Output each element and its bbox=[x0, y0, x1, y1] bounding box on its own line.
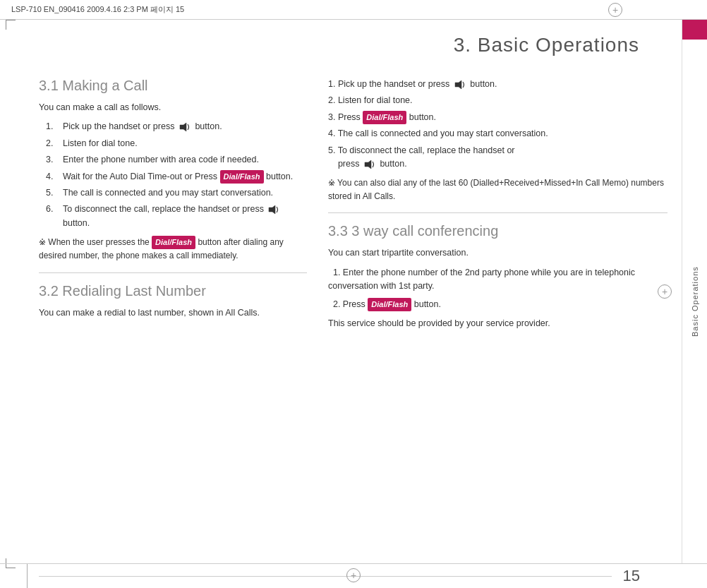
section-33-intro: You can start tripartite conversation. bbox=[328, 246, 667, 260]
section-33-right-steps: 1. Pick up the handset or press button. … bbox=[328, 78, 667, 171]
right-sidebar: Basic Operations bbox=[682, 20, 707, 563]
step-31-5: 5. The call is connected and you may sta… bbox=[46, 186, 307, 200]
section-31-steps: 1. Pick up the handset or press button. bbox=[39, 120, 307, 230]
section-33-heading: 3.3 3 way call conferencing bbox=[328, 223, 667, 239]
page-title: 3. Basic Operations bbox=[39, 34, 667, 56]
section-33-steps: 1. Enter the phone number of the 2nd par… bbox=[328, 266, 667, 311]
bottom-crosshair bbox=[346, 568, 361, 582]
section-31-note: ※ When the user presses the Dial/Flash b… bbox=[39, 236, 307, 263]
footer-left-line bbox=[27, 564, 28, 588]
section-32-heading: 3.2 Redialing Last Number bbox=[39, 283, 307, 299]
step-31-3: 3. Enter the phone number with area code… bbox=[46, 153, 307, 167]
step-33r-5: 5. To disconnect the call, replace the h… bbox=[328, 144, 667, 172]
speaker-icon-2 bbox=[267, 205, 280, 215]
two-column-layout: 3.1 Making a Call You can make a call as… bbox=[39, 71, 667, 336]
step-33r-3: 3. Press Dial/Flash button. bbox=[328, 111, 667, 124]
speaker-icon-4 bbox=[363, 160, 376, 169]
divider-33 bbox=[328, 212, 667, 213]
step-31-6: 6. To disconnect the call, replace the h… bbox=[46, 203, 307, 230]
step-33r-4: 4. The call is connected and you may sta… bbox=[328, 127, 667, 140]
step-33r-2: 2. Listen for dial tone. bbox=[328, 94, 667, 107]
page-number: 15 bbox=[623, 567, 668, 585]
right-column: 1. Pick up the handset or press button. … bbox=[328, 71, 667, 336]
divider-32 bbox=[39, 272, 307, 273]
step-33-2: 2. Press Dial/Flash button. bbox=[328, 298, 667, 311]
speaker-icon-3 bbox=[454, 80, 466, 90]
page: LSP-710 EN_090416 2009.4.16 2:3 PM 페이지 1… bbox=[0, 0, 707, 588]
page-content: 3. Basic Operations 3.1 Making a Call Yo… bbox=[0, 20, 682, 563]
section-33: 3.3 3 way call conferencing You can star… bbox=[328, 223, 667, 330]
sidebar-accent bbox=[682, 20, 707, 40]
section-33-note: ※ You can also dial any of the last 60 (… bbox=[328, 176, 667, 203]
left-column: 3.1 Making a Call You can make a call as… bbox=[39, 71, 307, 336]
section-31: 3.1 Making a Call You can make a call as… bbox=[39, 78, 307, 263]
dial-flash-badge-2: Dial/Flash bbox=[152, 236, 195, 249]
svg-marker-2 bbox=[455, 80, 461, 89]
header-bar: LSP-710 EN_090416 2009.4.16 2:3 PM 페이지 1… bbox=[0, 0, 707, 20]
svg-marker-1 bbox=[269, 205, 275, 214]
dial-flash-badge-3: Dial/Flash bbox=[363, 111, 406, 124]
footer-line bbox=[39, 576, 612, 577]
section-32-intro: You can make a redial to last number, sh… bbox=[39, 306, 307, 320]
speaker-icon-1 bbox=[179, 122, 191, 132]
dial-flash-badge-4: Dial/Flash bbox=[368, 298, 411, 311]
dial-flash-badge-1: Dial/Flash bbox=[220, 170, 264, 184]
step-31-4: 4. Wait for the Auto Dial Time-out or Pr… bbox=[46, 170, 307, 184]
header-crosshair bbox=[608, 3, 622, 17]
step-33-1: 1. Enter the phone number of the 2nd par… bbox=[328, 266, 667, 294]
file-info: LSP-710 EN_090416 2009.4.16 2:3 PM 페이지 1… bbox=[11, 4, 184, 15]
content-area: 3. Basic Operations 3.1 Making a Call Yo… bbox=[0, 20, 707, 563]
step-31-1: 1. Pick up the handset or press button. bbox=[46, 120, 307, 133]
page-footer: 15 bbox=[0, 563, 707, 588]
section-31-intro: You can make a call as follows. bbox=[39, 101, 307, 114]
svg-marker-0 bbox=[180, 123, 186, 131]
section-33-top-steps: 1. Pick up the handset or press button. … bbox=[328, 78, 667, 203]
right-crosshair bbox=[658, 284, 672, 299]
step-33r-1: 1. Pick up the handset or press button. bbox=[328, 78, 667, 91]
sidebar-label: Basic Operations bbox=[682, 40, 707, 563]
section-31-heading: 3.1 Making a Call bbox=[39, 78, 307, 94]
svg-marker-3 bbox=[365, 160, 371, 169]
section-33-outro: This service should be provided by your … bbox=[328, 317, 667, 330]
step-31-2: 2. Listen for dial tone. bbox=[46, 137, 307, 150]
section-32: 3.2 Redialing Last Number You can make a… bbox=[39, 283, 307, 320]
